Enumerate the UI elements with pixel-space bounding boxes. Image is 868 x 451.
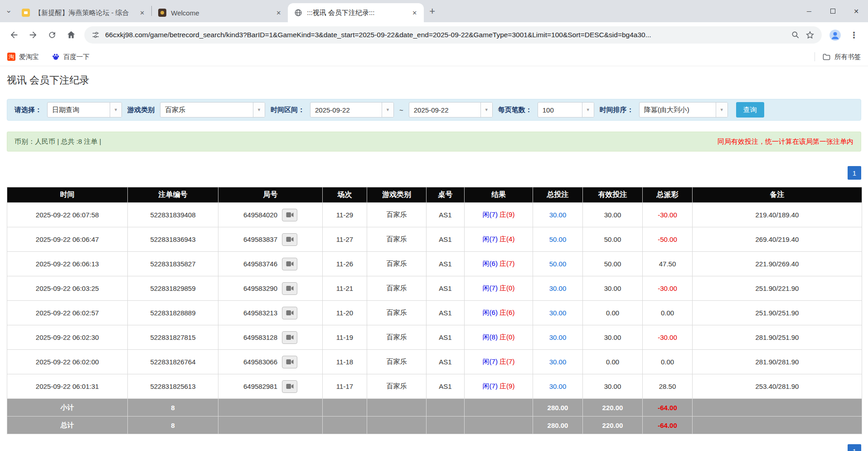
back-button[interactable] xyxy=(5,25,24,44)
round-number: 649583213 xyxy=(243,309,277,317)
dropdown-arrow-icon[interactable]: ▼ xyxy=(253,103,265,117)
browser-tab-welcome[interactable]: Welcome ✕ xyxy=(152,3,288,22)
site-settings-icon[interactable] xyxy=(92,31,100,39)
column-header: 总派彩 xyxy=(643,187,693,203)
table-number: AS1 xyxy=(427,227,465,252)
column-header: 场次 xyxy=(323,187,367,203)
bet-record-row: 2025-09-22 06:02:57522831828889649583213… xyxy=(7,301,862,325)
video-replay-button[interactable] xyxy=(282,307,297,319)
tab-list-chevron-icon[interactable]: ⌄ xyxy=(3,6,15,16)
summary-label: 总计 xyxy=(7,417,128,434)
browser-tab-betrecord[interactable]: :::视讯 会员下注纪录::: ✕ xyxy=(288,3,424,22)
home-button[interactable] xyxy=(62,25,81,44)
video-replay-button[interactable] xyxy=(282,331,297,344)
zoom-icon[interactable] xyxy=(791,30,800,39)
tab-close-icon[interactable]: ✕ xyxy=(274,8,283,18)
total-bet: 30.00 xyxy=(533,350,583,374)
video-replay-button[interactable] xyxy=(282,380,297,393)
round-number: 649582981 xyxy=(243,382,277,390)
page-number-button[interactable]: 1 xyxy=(848,444,861,451)
summary-value xyxy=(693,399,862,417)
browser-menu-icon[interactable]: ⋮ xyxy=(844,25,863,44)
banker-result: 庄(0) xyxy=(499,284,514,292)
total-bet-value[interactable]: 30.00 xyxy=(549,358,567,366)
address-bar[interactable]: 66cxkj98.com/game/betrecord_search/kind3… xyxy=(84,26,822,44)
mode-select[interactable]: 日期查询 ▼ xyxy=(47,102,122,118)
round-number: 649583837 xyxy=(243,235,277,243)
summary-value xyxy=(465,417,533,434)
video-replay-button[interactable] xyxy=(282,233,297,246)
dropdown-arrow-icon[interactable]: ▼ xyxy=(480,103,492,117)
round-number: 649583128 xyxy=(243,333,277,341)
player-result: 闲(8) xyxy=(483,333,498,341)
bet-record-row: 2025-09-22 06:02:30522831827815649583128… xyxy=(7,325,862,350)
total-bet-value[interactable]: 30.00 xyxy=(549,284,567,292)
bookmarks-right: 所有书签 xyxy=(815,52,861,61)
remark: 281.90/281.90 xyxy=(693,350,862,374)
column-header: 游戏类别 xyxy=(367,187,427,203)
tab-title: 【新提醒】海燕策略论坛 - 综合 xyxy=(34,9,133,17)
dropdown-arrow-icon[interactable]: ▼ xyxy=(110,103,121,117)
forward-button[interactable] xyxy=(24,25,43,44)
total-bet-value[interactable]: 30.00 xyxy=(549,211,567,219)
tab-close-icon[interactable]: ✕ xyxy=(410,8,419,18)
refresh-button[interactable] xyxy=(43,25,62,44)
summary-value xyxy=(465,399,533,417)
tab-title: Welcome xyxy=(171,9,269,17)
total-bet-value[interactable]: 30.00 xyxy=(549,382,567,390)
bet-id: 522831826764 xyxy=(128,350,218,374)
total-bet-value[interactable]: 50.00 xyxy=(549,260,567,268)
video-replay-button[interactable] xyxy=(282,356,297,368)
session-no: 11-18 xyxy=(323,350,367,374)
date-start-select[interactable]: 2025-09-22 ▼ xyxy=(310,102,394,118)
bet-id: 522831827815 xyxy=(128,325,218,350)
bookmark-taobao[interactable]: 淘 爱淘宝 xyxy=(7,53,39,61)
video-replay-button[interactable] xyxy=(282,282,297,295)
sort-select[interactable]: 降冪(由大到小) ▼ xyxy=(639,102,728,118)
summary-value xyxy=(218,399,323,417)
summary-value: -64.00 xyxy=(643,399,693,417)
close-window-button[interactable]: ✕ xyxy=(844,0,868,22)
video-icon xyxy=(286,261,294,267)
total-bet-value[interactable]: 50.00 xyxy=(549,235,567,243)
maximize-button[interactable] xyxy=(821,0,844,22)
forum-favicon-icon xyxy=(22,9,30,17)
total-bet-value[interactable]: 30.00 xyxy=(549,309,567,317)
bookmark-star-icon[interactable] xyxy=(805,30,815,39)
url-text[interactable]: 66cxkj98.com/game/betrecord_search/kind3… xyxy=(105,31,786,39)
minimize-button[interactable]: ─ xyxy=(797,0,821,22)
video-replay-button[interactable] xyxy=(282,258,297,270)
banker-result: 庄(6) xyxy=(499,309,514,316)
browser-tab-forum[interactable]: 【新提醒】海燕策略论坛 - 综合 ✕ xyxy=(15,3,151,22)
video-replay-button[interactable] xyxy=(282,209,297,221)
new-tab-button[interactable]: + xyxy=(424,6,441,16)
game-type-select-value: 百家乐 xyxy=(160,103,253,117)
session-no: 11-19 xyxy=(323,325,367,350)
round-id: 649583746 xyxy=(218,252,323,276)
game-type-select[interactable]: 百家乐 ▼ xyxy=(160,102,265,118)
summary-value: 220.00 xyxy=(583,399,643,417)
bookmarks-divider xyxy=(815,52,815,61)
summary-value: 8 xyxy=(128,417,218,434)
dropdown-arrow-icon[interactable]: ▼ xyxy=(716,103,727,117)
search-button[interactable]: 查询 xyxy=(736,102,764,118)
session-no: 11-27 xyxy=(323,227,367,252)
bet-id: 522831828889 xyxy=(128,301,218,325)
profile-avatar[interactable] xyxy=(825,25,844,44)
column-header: 结果 xyxy=(465,187,533,203)
all-bookmarks-button[interactable]: 所有书签 xyxy=(822,53,861,61)
bookmark-baidu[interactable]: 百度一下 xyxy=(52,53,90,61)
page-size-select[interactable]: 100 ▼ xyxy=(538,102,594,118)
tab-close-icon[interactable]: ✕ xyxy=(137,8,147,18)
total-bet-value[interactable]: 30.00 xyxy=(549,333,567,341)
browser-window: ⌄ 【新提醒】海燕策略论坛 - 综合 ✕ Welcome ✕ :::视讯 会员下… xyxy=(0,0,868,451)
date-end-select[interactable]: 2025-09-22 ▼ xyxy=(409,102,493,118)
window-controls: ─ ✕ xyxy=(797,0,868,22)
page-number-button[interactable]: 1 xyxy=(848,166,861,180)
player-result: 闲(7) xyxy=(483,235,498,243)
dropdown-arrow-icon[interactable]: ▼ xyxy=(382,103,393,117)
payout: 47.50 xyxy=(643,252,693,276)
table-number: AS1 xyxy=(427,252,465,276)
banker-result: 庄(9) xyxy=(499,211,514,218)
dropdown-arrow-icon[interactable]: ▼ xyxy=(582,103,594,117)
